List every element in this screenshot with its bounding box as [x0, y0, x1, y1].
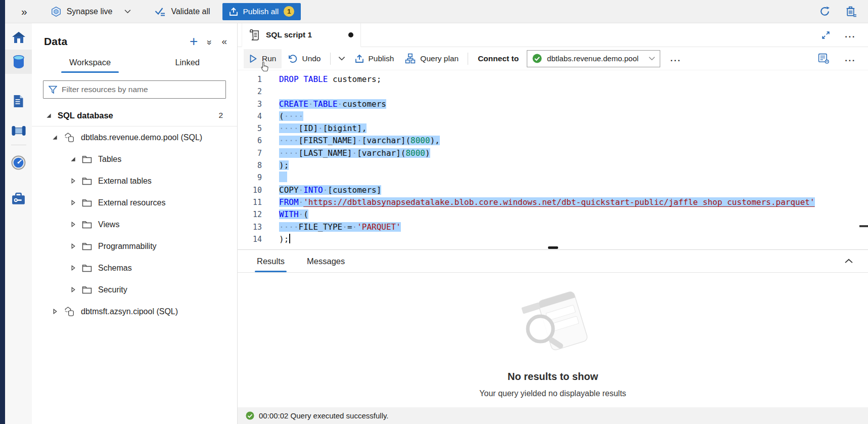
caret-expanded-icon[interactable] — [52, 135, 58, 140]
code-line[interactable]: 1DROP TABLE customers; — [238, 73, 868, 86]
folder-icon — [82, 264, 92, 272]
code-line[interactable]: 6····[FIRST_NAME]·[varchar](8000), — [238, 135, 868, 147]
connected-status-icon — [532, 54, 542, 63]
code-line[interactable]: 2 — [238, 86, 868, 98]
tree-item-schemas[interactable]: Schemas — [32, 257, 237, 279]
tree-item-label: Schemas — [98, 264, 132, 273]
folder-icon — [82, 198, 92, 207]
toolbar-more-icon[interactable]: ... — [670, 54, 681, 64]
run-button[interactable]: Run — [244, 49, 282, 68]
tab-workspace[interactable]: Workspace — [61, 54, 119, 73]
code-line[interactable]: 14); — [238, 233, 868, 245]
tree-item-dbtmsft-azsyn-cipool-sql[interactable]: dbtmsft.azsyn.cipool (SQL) — [32, 301, 237, 322]
caret-collapsed-icon[interactable] — [70, 287, 76, 292]
folder-icon — [82, 285, 92, 294]
selection-highlight: CREATE·TABLE·customers — [279, 99, 386, 109]
validate-all-button[interactable]: Validate all — [154, 7, 210, 17]
caret-expanded-icon[interactable] — [46, 113, 52, 118]
caret-collapsed-icon[interactable] — [70, 265, 76, 271]
results-panel: Results Messages — [238, 249, 868, 424]
tree-item-sql-database[interactable]: SQL database2 — [32, 105, 237, 126]
properties-icon[interactable] — [818, 53, 830, 64]
text-cursor — [289, 234, 290, 243]
filter-input[interactable] — [62, 85, 220, 94]
select-chevron-icon — [649, 56, 655, 61]
code-editor[interactable]: 1DROP TABLE customers;23CREATE·TABLE·cus… — [238, 70, 868, 245]
query-plan-button[interactable]: Query plan — [399, 49, 464, 68]
pool-name: dbtlabs.revenue.demo.pool — [547, 54, 644, 63]
refresh-button[interactable] — [819, 6, 831, 17]
code-line[interactable]: 4(···· — [238, 110, 868, 122]
collapse-results-icon[interactable] — [845, 257, 853, 266]
line-number: 14 — [238, 233, 262, 245]
code-line[interactable]: 11FROM·'https://dbtlabsynapsedatalake.bl… — [238, 196, 868, 208]
run-options-chevron-icon[interactable] — [334, 49, 349, 68]
pool-selector[interactable]: dbtlabs.revenue.demo.pool — [527, 50, 660, 67]
sidebar-item-develop[interactable] — [5, 89, 32, 113]
add-resource-button[interactable]: + — [190, 36, 198, 47]
toolbar-separator — [468, 53, 468, 65]
tree-item-tables[interactable]: Tables — [32, 148, 237, 170]
sidebar-item-monitor[interactable] — [5, 150, 32, 175]
panel-splitter[interactable] — [238, 245, 868, 249]
sidebar-item-home[interactable] — [5, 25, 32, 50]
code-line[interactable]: 7····[LAST_NAME]·[varchar](8000) — [238, 147, 868, 159]
query-plan-label: Query plan — [420, 54, 459, 63]
tree-item-external-tables[interactable]: External tables — [32, 170, 237, 192]
environment-selector[interactable]: Synapse live — [51, 6, 131, 17]
collapse-all-icon[interactable]: » — [204, 39, 215, 43]
publish-all-badge: 1 — [284, 6, 294, 17]
tree-item-label: External resources — [98, 198, 165, 207]
data-panel: Data + » « Workspace Linked — [32, 23, 238, 424]
undo-button[interactable]: Undo — [282, 49, 326, 68]
scrollbar-marker[interactable] — [859, 225, 868, 227]
status-bar: 00:00:02 Query executed successfully. — [238, 407, 868, 424]
magnifier-icon — [528, 316, 553, 342]
sidebar-item-integrate[interactable] — [5, 118, 32, 143]
code-line[interactable]: 12WITH·( — [238, 208, 868, 221]
caret-collapsed-icon[interactable] — [70, 178, 76, 184]
expand-editor-icon[interactable] — [821, 30, 831, 40]
line-number: 9 — [238, 172, 262, 184]
empty-state-title: No results to show — [508, 371, 598, 383]
publish-all-button[interactable]: Publish all 1 — [222, 3, 301, 20]
data-icon — [12, 55, 25, 69]
splitter-handle[interactable] — [548, 246, 558, 249]
code-line[interactable]: 10COPY·INTO·[customers] — [238, 184, 868, 196]
sidebar-item-data[interactable] — [5, 50, 32, 74]
collapse-panel-icon[interactable]: « — [221, 36, 227, 47]
tab-messages[interactable]: Messages — [306, 257, 346, 272]
tree-item-dbtlabs-revenue-demo-pool-sql[interactable]: dbtlabs.revenue.demo.pool (SQL) — [32, 126, 237, 148]
tab-sql-script-1[interactable]: SQL script 1 — [242, 23, 361, 47]
caret-collapsed-icon[interactable] — [52, 309, 58, 314]
tab-linked[interactable]: Linked — [167, 54, 208, 73]
tree-item-label: dbtlabs.revenue.demo.pool (SQL) — [81, 133, 202, 142]
tree-item-programmability[interactable]: Programmability — [32, 235, 237, 257]
validate-all-label: Validate all — [171, 7, 210, 16]
sidebar-item-manage[interactable] — [5, 187, 32, 211]
caret-collapsed-icon[interactable] — [70, 243, 76, 249]
code-line[interactable]: 9 — [238, 172, 868, 184]
discard-all-button[interactable] — [846, 6, 857, 17]
editor-tab-bar: SQL script 1 ... — [238, 23, 868, 47]
publish-button[interactable]: Publish — [349, 49, 400, 68]
editor-tab-title: SQL script 1 — [266, 30, 312, 39]
caret-collapsed-icon[interactable] — [70, 222, 76, 227]
caret-collapsed-icon[interactable] — [70, 200, 76, 205]
tree-item-external-resources[interactable]: External resources — [32, 192, 237, 214]
tab-more-icon[interactable]: ... — [845, 30, 856, 40]
expand-sidebar-icon[interactable]: » — [21, 6, 27, 18]
tab-results[interactable]: Results — [256, 257, 286, 272]
empty-state-subtitle: Your query yielded no displayable result… — [479, 389, 626, 398]
caret-expanded-icon[interactable] — [70, 156, 76, 162]
tree-item-security[interactable]: Security — [32, 279, 237, 301]
folder-icon — [82, 177, 92, 185]
code-line[interactable]: 13····FILE_TYPE·=·'PARQUET' — [238, 221, 868, 233]
tree-item-views[interactable]: Views — [32, 214, 237, 235]
tree-item-label: SQL database — [58, 111, 113, 120]
code-line[interactable]: 5····[ID]·[bigint], — [238, 122, 868, 135]
tree-item-label: External tables — [98, 177, 152, 186]
code-line[interactable]: 3CREATE·TABLE·customers — [238, 98, 868, 110]
code-line[interactable]: 8); — [238, 159, 868, 172]
toolbar-overflow-icon[interactable]: ... — [845, 54, 856, 64]
